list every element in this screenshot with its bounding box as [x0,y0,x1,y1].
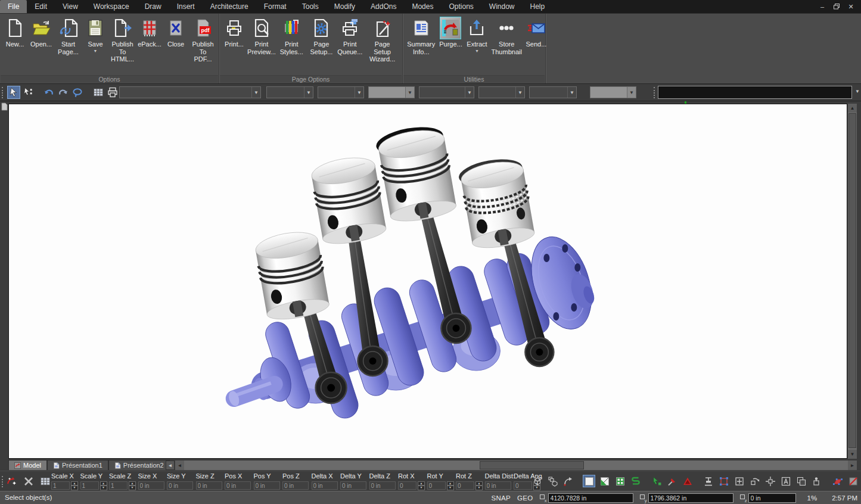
menu-item[interactable]: Window [481,0,523,13]
axis-lock-icon[interactable]: x [540,494,546,503]
size-x-field[interactable] [138,481,164,490]
drawing-canvas[interactable] [8,104,847,459]
epack-button[interactable]: ePack... ▼ [137,15,162,64]
delta-x-field[interactable] [312,481,338,490]
toolbar-grip[interactable] [654,87,655,98]
menu-item[interactable]: AddOns [363,0,404,13]
print-queue-button[interactable]: Print Queue... ▼ [336,15,363,64]
coordinate-field[interactable] [548,493,633,503]
select-arrow-icon[interactable] [7,86,20,99]
node-select-icon[interactable] [21,86,35,99]
menu-item[interactable]: File [0,0,27,13]
spinner-control[interactable]: ▲▼ [447,481,454,490]
scroll-down-icon[interactable]: ▼ [848,450,857,459]
toolbar-grip[interactable] [2,87,4,98]
menu-item[interactable]: Draw [137,0,169,13]
delta-z-field[interactable] [369,481,396,490]
toolbar-combo-6[interactable]: ▼ [478,86,525,98]
render-advanced-icon[interactable] [629,475,642,487]
render-full-icon[interactable] [583,475,595,487]
close-button[interactable]: Close ▼ [163,15,188,64]
spinner-control[interactable]: ▲▼ [129,481,136,490]
scroll-up-icon[interactable]: ▲ [848,104,857,113]
ucs-world-icon[interactable] [531,475,543,487]
menu-item[interactable]: Help [523,0,553,13]
rot-y-field[interactable] [427,481,446,490]
scale-y-field[interactable] [80,481,99,490]
tab-presentation2[interactable]: Présentation2 [108,460,170,470]
undo-icon[interactable] [42,86,55,99]
move-box-icon[interactable] [764,475,776,487]
pos-y-field[interactable] [254,481,280,490]
toolbar-grip[interactable] [2,476,4,487]
scroll-right-icon[interactable]: ► [848,461,857,470]
toolbar-combo-5[interactable]: ▼ [419,86,474,98]
axis-lock-icon[interactable]: z [740,494,747,503]
edit-handles-icon[interactable] [717,475,730,487]
menu-item[interactable]: Architecture [203,0,256,13]
toolbar-combo-2[interactable]: ▼ [266,86,313,98]
render-draft-icon[interactable] [614,475,626,487]
page-setup-button[interactable]: Page Setup... ▼ [308,15,335,64]
menu-item[interactable]: Workspace [86,0,137,13]
extract-button[interactable]: Extract ▼ [464,15,489,57]
tab-presentation1[interactable]: Présentation1 [47,460,108,470]
ucs-copy-icon[interactable] [546,475,559,487]
no-workplane-icon[interactable] [847,475,859,487]
render-hidden-line-icon[interactable] [598,475,611,487]
spinner-control[interactable]: ▲▼ [100,481,107,490]
delta-ang-field[interactable] [514,481,532,490]
pos-x-field[interactable] [225,481,251,490]
page-setup-wizard-button[interactable]: Page Setup Wizard... ▼ [365,15,400,64]
close-button[interactable]: ✕ [846,2,856,11]
chevron-down-icon[interactable]: ▼ [855,89,860,94]
press-fit-icon[interactable] [702,475,714,487]
workplane-icon[interactable] [831,475,844,487]
selection-table-icon[interactable] [39,475,51,487]
send-button[interactable]: Send... ▼ [524,15,549,57]
command-input[interactable] [658,86,852,99]
store-thumbnail-button[interactable]: Store Thumbnail ▼ [490,15,522,57]
toolbar-combo-3[interactable]: ▼ [318,86,364,98]
menu-item[interactable]: Format [256,0,294,13]
menu-item[interactable]: Insert [169,0,203,13]
snap-toggle[interactable]: SNAP [492,494,511,502]
tab-model[interactable]: Model [8,460,47,470]
minimize-button[interactable]: – [817,2,828,11]
axis-lock-icon[interactable]: y [640,494,646,503]
print-drawing-icon[interactable] [106,86,119,99]
summary-info-button[interactable]: Summary Info... ▼ [405,15,437,57]
toolbar-combo-1[interactable]: ▼ [119,86,261,98]
bend-arrow-icon[interactable] [562,475,574,487]
publish-to-html-button[interactable]: Publish To HTML... ▼ [109,15,136,64]
pick-reference-icon[interactable] [6,475,18,487]
geo-toggle[interactable]: GEO [517,494,533,502]
print-preview-button[interactable]: Print Preview... ▼ [248,15,275,64]
toolbar-combo-7[interactable]: ▼ [529,86,577,98]
restore-button[interactable] [831,2,842,11]
menu-item[interactable]: Modify [327,0,363,13]
menu-item[interactable]: Tools [294,0,327,13]
scale-z-field[interactable] [109,481,128,490]
vertical-scrollbar-thumb[interactable] [848,113,856,448]
rot-z-field[interactable] [456,481,474,490]
menu-item[interactable]: Modes [404,0,441,13]
pin-box-icon[interactable] [810,475,823,487]
letter-box-icon[interactable] [779,475,792,487]
lasso-select-icon[interactable] [71,86,84,99]
purge-button[interactable]: Purge... ▼ [438,15,463,57]
redo-icon[interactable] [57,86,70,99]
pos-z-field[interactable] [282,481,309,490]
array-grid-icon[interactable] [733,475,745,487]
menu-item[interactable]: Edit [27,0,55,13]
horizontal-scrollbar[interactable]: ◄ ► [175,461,857,470]
deselect-icon[interactable] [23,475,35,487]
delta-dist-field[interactable] [485,481,511,490]
rotate-box-icon[interactable] [748,475,761,487]
spinner-control[interactable]: ▲▼ [418,481,425,490]
material-brush-icon[interactable] [666,475,678,487]
scroll-left-icon[interactable]: ◄ [175,461,184,470]
select-render-icon[interactable] [650,475,663,487]
selection-info-icon[interactable] [92,86,105,99]
new-button[interactable]: New... ▼ [2,15,27,64]
